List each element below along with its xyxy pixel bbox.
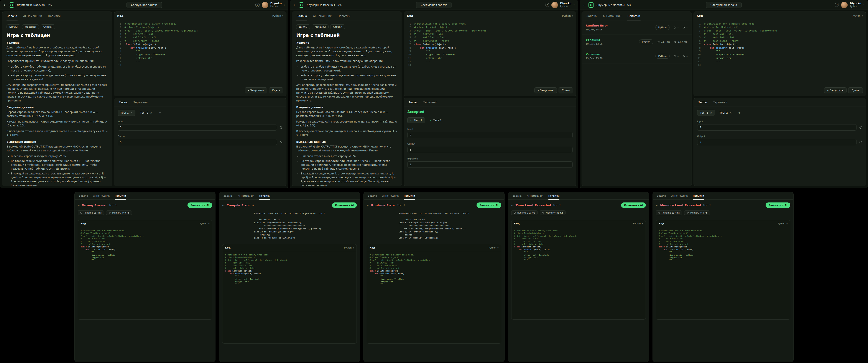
tab-attempts[interactable]: Попытки [112, 192, 128, 199]
language-select[interactable]: Python▾ [344, 247, 354, 249]
tab-attempts[interactable]: Попытки [546, 192, 562, 199]
ask-ai-button[interactable]: Спросить у AI [766, 202, 790, 208]
tab-attempts[interactable]: Попытки [690, 192, 707, 199]
test-chip[interactable]: Тест 1× [697, 110, 715, 116]
back-button[interactable]: ← [583, 3, 586, 7]
language-select[interactable]: Python▾ [778, 222, 787, 225]
tab-attempts[interactable]: Попытки [335, 12, 353, 20]
attempt-row[interactable]: Runtime Error19 Дек, 14:06Python–– [582, 21, 691, 35]
code-editor[interactable]: # Definition for a binary tree node.# cl… [78, 227, 212, 319]
language-select[interactable]: Python▾ [489, 247, 498, 249]
clear-field-button[interactable] [279, 141, 283, 144]
tab-ai[interactable]: AI Помощник [20, 12, 45, 20]
language-select[interactable]: Python▾ [852, 14, 863, 18]
tab-ai[interactable]: AI Помощник [524, 192, 546, 199]
close-icon[interactable]: × [150, 111, 152, 114]
close-icon[interactable]: × [710, 111, 712, 114]
add-test-button[interactable]: + [157, 110, 163, 116]
ask-ai-button[interactable]: Спросить у AI [332, 202, 357, 208]
clear-field-button[interactable] [859, 126, 862, 129]
test-chip[interactable]: Тест 2× [137, 110, 155, 116]
tab-ai[interactable]: AI Помощник [669, 192, 690, 199]
help-button[interactable]: ? [545, 3, 549, 7]
code-editor[interactable]: 1# Definition for a binary tree node.2# … [404, 20, 576, 85]
submit-button[interactable]: Сдать [269, 87, 283, 93]
close-icon[interactable]: × [130, 111, 132, 114]
test-chip[interactable]: ✓Тест 2 [427, 117, 444, 123]
tab-ai[interactable]: AI Помощник [379, 192, 401, 199]
tab-task[interactable]: Задача [654, 192, 669, 199]
run-button[interactable]: ▸Запустить [245, 87, 267, 93]
expected-field[interactable]: 5 [407, 161, 572, 168]
next-task-button[interactable]: Следующая задача [706, 2, 742, 8]
back-button[interactable]: ← [222, 203, 225, 207]
back-button[interactable]: ← [293, 3, 296, 7]
help-button[interactable]: ? [255, 3, 259, 7]
attempt-row[interactable]: Успешно19 Дек, 13:56Python117 ms13.7 MB [582, 35, 691, 49]
tab-task[interactable]: Задача [510, 192, 524, 199]
back-button[interactable]: ← [367, 203, 369, 207]
tab-attempts[interactable]: Попытки [624, 12, 643, 20]
output-field[interactable]: 5 [407, 147, 572, 153]
output-field[interactable]: 5 [697, 139, 857, 145]
code-editor[interactable]: # Definition for a binary tree node.# cl… [222, 251, 356, 343]
language-select[interactable]: Python▾ [272, 14, 283, 18]
tab-task[interactable]: Задача [4, 12, 20, 20]
task-paragraph: Дана таблица A из h строк и w столбцов, … [6, 46, 107, 57]
back-button[interactable]: ← [656, 203, 658, 207]
test-chip[interactable]: Тест 1× [118, 110, 135, 116]
tab-task[interactable]: Задача [221, 192, 235, 199]
input-field[interactable]: 5 [697, 124, 857, 131]
attempt-row[interactable]: Успешно19 Дек, 13:50Python–– [582, 49, 691, 63]
input-label: Input [118, 120, 283, 123]
language-select[interactable]: Python▾ [199, 222, 209, 225]
ask-ai-button[interactable]: Спросить у AI [621, 202, 646, 208]
tab-tests[interactable]: Тесты [116, 101, 130, 104]
next-task-button[interactable]: Следующая задача [126, 2, 162, 8]
language-select[interactable]: Python▾ [562, 14, 573, 18]
test-chip[interactable]: Тест 2× [717, 110, 735, 116]
help-button[interactable]: ? [835, 3, 839, 7]
run-button[interactable]: ▸Запустить [534, 87, 557, 93]
code-editor[interactable]: 1# Definition for a binary tree node.2# … [694, 20, 866, 85]
back-button[interactable]: ← [78, 203, 80, 207]
add-test-button[interactable]: + [736, 110, 743, 116]
tab-task[interactable]: Задача [293, 12, 310, 20]
test-chip[interactable]: ✓Тест 1 [407, 117, 425, 123]
back-button[interactable]: ← [4, 3, 6, 7]
tab-task[interactable]: Задача [76, 192, 91, 199]
code-editor[interactable]: # Definition for a binary tree node.# cl… [367, 251, 501, 343]
back-button[interactable]: ← [511, 203, 514, 207]
code-editor[interactable]: 1# Definition for a binary tree node.2# … [114, 20, 286, 85]
next-task-button[interactable]: Следующая задача [416, 2, 452, 8]
tab-ai[interactable]: AI Помощник [310, 12, 335, 20]
output-field[interactable]: 5 [118, 139, 277, 145]
input-field[interactable]: 5 [407, 132, 572, 138]
ask-ai-button[interactable]: Спросить у AI [187, 202, 212, 208]
language-select[interactable]: Python▾ [633, 222, 643, 225]
line-number: 9 [406, 50, 411, 53]
ask-ai-button[interactable]: Спросить у AI [476, 202, 501, 208]
tab-task[interactable]: Задача [584, 12, 600, 20]
submit-button[interactable]: Сдать [559, 87, 573, 93]
tab-ai[interactable]: AI Помощник [235, 192, 257, 199]
tab-ai[interactable]: AI Помощник [600, 12, 624, 20]
tab-terminal[interactable]: Терминал [130, 101, 151, 104]
code-editor[interactable]: # Definition for a binary tree node.# cl… [512, 227, 646, 319]
clear-field-button[interactable] [859, 141, 862, 144]
tab-attempts[interactable]: Попытки [401, 192, 417, 199]
submit-button[interactable]: Сдать [848, 87, 863, 93]
code-editor[interactable]: # Definition for a binary tree node.# cl… [656, 227, 790, 319]
tab-task[interactable]: Задача [365, 192, 379, 199]
tab-terminal[interactable]: Терминал [420, 101, 440, 104]
tab-ai[interactable]: AI Помощник [91, 192, 112, 199]
tab-attempts[interactable]: Попытки [257, 192, 273, 199]
clear-field-button[interactable] [279, 126, 283, 129]
close-icon[interactable]: × [730, 111, 732, 114]
tab-tests[interactable]: Тесты [406, 101, 420, 104]
tab-attempts[interactable]: Попытки [45, 12, 64, 20]
run-button[interactable]: ▸Запустить [824, 87, 846, 93]
input-field[interactable]: 5 [118, 124, 277, 131]
tab-tests[interactable]: Тесты [695, 101, 710, 104]
tab-terminal[interactable]: Терминал [710, 101, 730, 104]
